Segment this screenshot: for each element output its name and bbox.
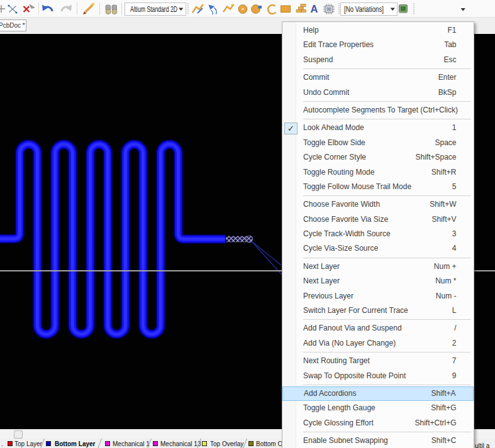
svg-text:A: A <box>311 3 318 14</box>
svg-text:Altium Standard 2D: Altium Standard 2D <box>130 5 177 14</box>
svg-text:[No Variations]: [No Variations] <box>344 5 384 14</box>
